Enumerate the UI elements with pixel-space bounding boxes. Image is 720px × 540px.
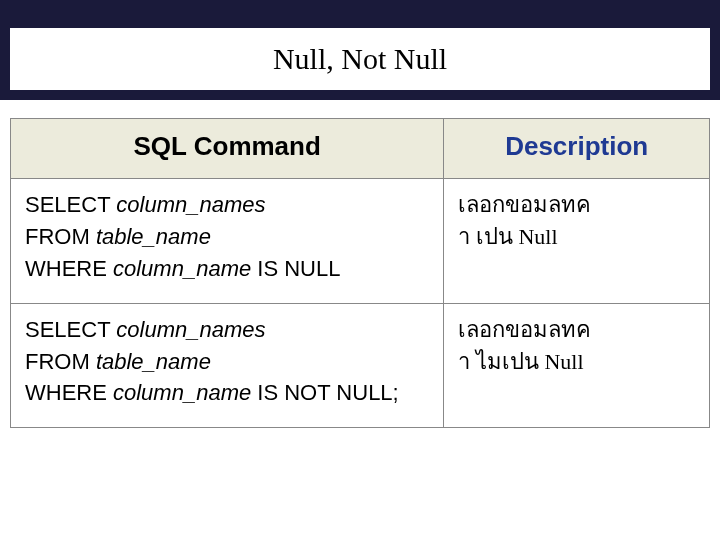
sql-cell-is-not-null: SELECT column_names FROM table_name WHER… — [11, 303, 444, 428]
sql-keyword: WHERE — [25, 256, 113, 281]
header-sql-command: SQL Command — [11, 119, 444, 179]
sql-description-table: SQL Command Description SELECT column_na… — [10, 118, 710, 428]
sql-keyword: SELECT — [25, 192, 116, 217]
table-header-row: SQL Command Description — [11, 119, 710, 179]
slide-title: Null, Not Null — [10, 28, 710, 90]
sql-ident: column_name — [113, 256, 251, 281]
table-row: SELECT column_names FROM table_name WHER… — [11, 303, 710, 428]
title-bar: Null, Not Null — [0, 0, 720, 100]
desc-text: Null — [544, 349, 583, 374]
sql-ident: column_name — [113, 380, 251, 405]
desc-cell-is-null: เลอกขอมลทค า เปน Null — [444, 179, 710, 304]
desc-text: า ไมเปน — [458, 349, 544, 374]
sql-cell-is-null: SELECT column_names FROM table_name WHER… — [11, 179, 444, 304]
header-description: Description — [444, 119, 710, 179]
table-row: SELECT column_names FROM table_name WHER… — [11, 179, 710, 304]
sql-keyword: FROM — [25, 224, 96, 249]
sql-ident: table_name — [96, 349, 211, 374]
desc-cell-is-not-null: เลอกขอมลทค า ไมเปน Null — [444, 303, 710, 428]
sql-keyword: IS NOT NULL; — [251, 380, 399, 405]
desc-text: Null — [518, 224, 557, 249]
sql-keyword: IS NULL — [251, 256, 340, 281]
sql-ident: column_names — [116, 317, 265, 342]
sql-keyword: SELECT — [25, 317, 116, 342]
sql-keyword: FROM — [25, 349, 96, 374]
sql-keyword: WHERE — [25, 380, 113, 405]
desc-text: เลอกขอมลทค — [458, 192, 591, 217]
sql-ident: column_names — [116, 192, 265, 217]
sql-ident: table_name — [96, 224, 211, 249]
desc-text: เลอกขอมลทค — [458, 317, 591, 342]
desc-text: า เปน — [458, 224, 518, 249]
